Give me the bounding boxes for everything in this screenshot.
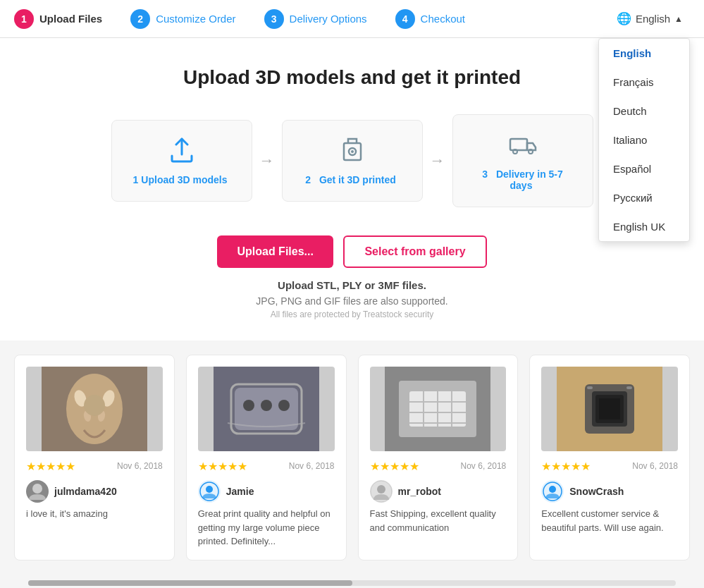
step-num-4: 4 bbox=[395, 9, 415, 29]
review-stars-3: ★★★★★ Nov 6, 2018 bbox=[370, 460, 507, 473]
process-step-1-label: 1Upload 3D models bbox=[133, 174, 230, 185]
review-image-3 bbox=[370, 367, 507, 451]
language-button[interactable]: 🌐 English ▲ bbox=[610, 0, 690, 37]
step-num-2: 2 bbox=[130, 9, 150, 29]
reviewer-avatar-2 bbox=[198, 480, 221, 503]
review-card-4: ★★★★★ Nov 6, 2018 SnowCrash Excellent cu… bbox=[529, 355, 690, 561]
svg-point-17 bbox=[261, 400, 272, 411]
reviewer-row-4: SnowCrash bbox=[541, 480, 678, 503]
current-language: English bbox=[636, 13, 670, 25]
reviewer-row-1: julmdama420 bbox=[26, 480, 163, 503]
review-image-1 bbox=[26, 367, 163, 451]
box-icon bbox=[338, 136, 366, 167]
select-from-gallery-button[interactable]: Select from gallery bbox=[343, 235, 486, 268]
reviewer-avatar-3 bbox=[370, 480, 393, 503]
reviewer-name-1: julmdama420 bbox=[54, 486, 117, 497]
lang-option-espanol[interactable]: Español bbox=[599, 154, 689, 183]
svg-point-2 bbox=[351, 150, 354, 153]
reviewer-avatar-1 bbox=[26, 480, 49, 503]
step-checkout[interactable]: 4 Checkout bbox=[395, 9, 465, 29]
svg-point-16 bbox=[243, 400, 254, 411]
lang-option-italiano[interactable]: Italiano bbox=[599, 125, 689, 154]
arrow-1: → bbox=[259, 152, 275, 170]
review-card-2: ★★★★★ Nov 6, 2018 Jamie Great print qual… bbox=[186, 355, 347, 561]
chevron-up-icon: ▲ bbox=[674, 14, 683, 24]
svg-point-21 bbox=[206, 486, 213, 493]
scrollbar-thumb[interactable] bbox=[28, 580, 352, 586]
arrow-2: → bbox=[430, 152, 445, 170]
reviewer-name-2: Jamie bbox=[226, 486, 254, 497]
upload-hint-extra: JPG, PNG and GIF files are also supporte… bbox=[14, 295, 690, 307]
svg-point-4 bbox=[513, 149, 517, 154]
svg-point-13 bbox=[32, 484, 42, 494]
reviewer-row-3: mr_robot bbox=[370, 480, 507, 503]
svg-point-5 bbox=[529, 149, 533, 154]
process-step-2-label: 2 Get it 3D printed bbox=[305, 174, 399, 185]
stepper-bar: 1 Upload Files 2 Customize Order 3 Deliv… bbox=[0, 0, 704, 38]
upload-security-note: All files are protected by Treatstock se… bbox=[14, 310, 690, 319]
svg-point-18 bbox=[278, 400, 290, 411]
step-label-4: Checkout bbox=[421, 13, 465, 25]
svg-rect-3 bbox=[510, 139, 527, 150]
review-image-4 bbox=[541, 367, 678, 451]
review-image-2 bbox=[198, 367, 335, 451]
process-step-3-label: 3 Delivery in 5-7 days bbox=[474, 169, 572, 191]
review-text-4: Excellent customer service & beautiful p… bbox=[541, 507, 678, 534]
reviewer-name-4: SnowCrash bbox=[569, 486, 624, 497]
process-step-3-card: 3 Delivery in 5-7 days bbox=[452, 114, 593, 207]
language-selector-area: 🌐 English ▲ English Français Deutch Ital… bbox=[610, 0, 690, 37]
review-text-2: Great print quality and helpful on getti… bbox=[198, 507, 335, 549]
process-step-2-card: 2 Get it 3D printed bbox=[282, 120, 423, 202]
process-steps-row: 1Upload 3D models → 2 Get it 3D printed … bbox=[14, 114, 690, 207]
reviews-section: ★★★★★ Nov 6, 2018 julmdama420 i love it,… bbox=[0, 341, 704, 575]
step-num-3: 3 bbox=[264, 9, 284, 29]
svg-point-32 bbox=[377, 485, 385, 494]
reviewer-row-2: Jamie bbox=[198, 480, 335, 503]
language-dropdown: English Français Deutch Italiano Español… bbox=[598, 38, 690, 242]
step-num-1: 1 bbox=[14, 9, 34, 29]
step-customize-order[interactable]: 2 Customize Order bbox=[130, 9, 235, 29]
svg-point-41 bbox=[549, 486, 556, 493]
svg-rect-37 bbox=[599, 398, 620, 419]
horizontal-scrollbar[interactable] bbox=[28, 580, 676, 586]
review-text-3: Fast Shipping, excellent quality and com… bbox=[370, 507, 507, 534]
step-upload-files[interactable]: 1 Upload Files bbox=[14, 9, 102, 29]
truck-icon bbox=[509, 130, 537, 161]
lang-option-deutch[interactable]: Deutch bbox=[599, 97, 689, 125]
lang-option-russian[interactable]: Русский bbox=[599, 183, 689, 212]
upload-hint-formats: Upload STL, PLY or 3MF files. bbox=[14, 279, 690, 291]
review-card-3: ★★★★★ Nov 6, 2018 mr_robot Fast Shipping… bbox=[358, 355, 519, 561]
upload-icon bbox=[168, 136, 196, 167]
svg-rect-39 bbox=[626, 386, 632, 389]
scrollbar-container bbox=[0, 575, 704, 589]
review-stars-2: ★★★★★ Nov 6, 2018 bbox=[198, 460, 335, 473]
svg-point-12 bbox=[84, 395, 105, 416]
review-card-1: ★★★★★ Nov 6, 2018 julmdama420 i love it,… bbox=[14, 355, 175, 561]
step-label-3: Delivery Options bbox=[290, 13, 367, 25]
review-stars-1: ★★★★★ Nov 6, 2018 bbox=[26, 460, 163, 473]
step-label-1: Upload Files bbox=[39, 13, 102, 25]
review-text-1: i love it, it's amazing bbox=[26, 507, 163, 521]
page-title: Upload 3D models and get it printed bbox=[14, 66, 690, 89]
lang-option-english-uk[interactable]: English UK bbox=[599, 212, 689, 241]
lang-option-francais[interactable]: Français bbox=[599, 68, 689, 97]
reviewer-avatar-4 bbox=[541, 480, 564, 503]
upload-files-button[interactable]: Upload Files... bbox=[217, 235, 333, 268]
step-delivery-options[interactable]: 3 Delivery Options bbox=[264, 9, 367, 29]
step-label-2: Customize Order bbox=[156, 13, 235, 25]
review-stars-4: ★★★★★ Nov 6, 2018 bbox=[541, 460, 678, 473]
upload-section: Upload Files... Select from gallery bbox=[14, 235, 690, 268]
svg-rect-38 bbox=[587, 386, 593, 389]
reviewer-name-3: mr_robot bbox=[398, 486, 441, 497]
globe-icon: 🌐 bbox=[617, 11, 631, 26]
process-step-1-card: 1Upload 3D models bbox=[111, 120, 252, 202]
lang-option-english[interactable]: English bbox=[599, 39, 689, 68]
